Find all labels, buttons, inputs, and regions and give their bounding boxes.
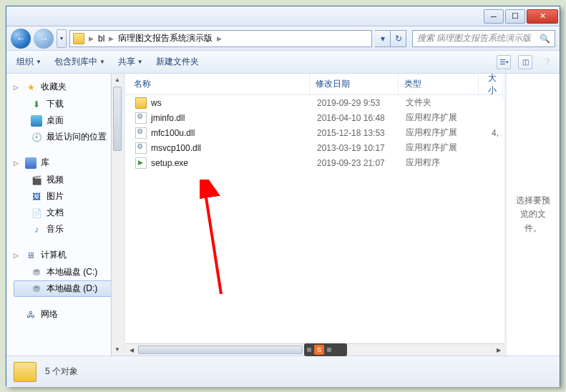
file-date: 2015-12-18 13:53 [311, 128, 400, 138]
address-bar-buttons: ▾ ↻ [375, 30, 406, 47]
nav-forward-button[interactable]: → [34, 29, 54, 49]
dll-icon [135, 112, 147, 124]
file-row[interactable]: ws2019-09-29 9:53文件夹 [125, 95, 504, 110]
nav-back-button[interactable]: ← [11, 29, 31, 49]
favorites-group: ▷★收藏夹 ⬇下载 桌面 🕘最近访问的位置 [14, 81, 120, 145]
toolbar: 组织▼ 包含到库中▼ 共享▼ 新建文件夹 ☰▾ ◫ ❔ [6, 51, 560, 74]
share-menu[interactable]: 共享▼ [114, 53, 147, 71]
file-size: 4, [480, 128, 504, 138]
ime-sogou-icon: S [314, 345, 324, 355]
ime-menu-icon [327, 348, 331, 352]
sidebar-item-downloads[interactable]: ⬇下载 [14, 96, 120, 112]
libraries-header[interactable]: ▷库 [14, 157, 120, 169]
scroll-left-icon[interactable]: ◀ [125, 344, 137, 356]
network-icon: 🖧 [25, 309, 36, 320]
close-button[interactable]: ✕ [527, 9, 558, 24]
expand-icon: ▷ [14, 252, 21, 259]
titlebar: ─ ☐ ✕ [6, 6, 560, 26]
horizontal-scrollbar[interactable]: ◀ S ▶ [125, 343, 504, 356]
sidebar-scrollbar[interactable]: ▲ ▼ [111, 74, 123, 356]
breadcrumb-segment[interactable]: bl [98, 34, 104, 44]
chevron-down-icon: ▼ [36, 59, 42, 65]
sidebar-item-documents[interactable]: 📄文档 [14, 205, 120, 221]
file-name: ws [151, 98, 162, 108]
help-button[interactable]: ❔ [540, 55, 554, 69]
sidebar-item-disk-c[interactable]: ⛃本地磁盘 (C:) [14, 264, 120, 280]
window-body: ▷★收藏夹 ⬇下载 桌面 🕘最近访问的位置 ▷库 🎬视频 🖼图片 📄文档 ♪音乐… [6, 74, 560, 356]
status-bar: 5 个对象 [6, 356, 560, 387]
computer-icon: 🖥 [25, 250, 36, 261]
file-type: 应用程序扩展 [400, 112, 480, 124]
nav-history-dropdown[interactable]: ▾ [57, 29, 67, 48]
preview-placeholder: 选择要预览的文件。 [512, 194, 554, 235]
scrollbar-thumb[interactable] [113, 87, 122, 151]
scroll-up-icon[interactable]: ▲ [112, 74, 123, 86]
dll-icon [135, 142, 147, 154]
new-folder-button[interactable]: 新建文件夹 [152, 53, 203, 71]
file-row[interactable]: msvcp100.dll2013-03-19 10:17应用程序扩展 [125, 140, 504, 155]
file-date: 2016-04-10 16:48 [311, 113, 400, 123]
file-type: 应用程序 [400, 157, 480, 169]
hdd-icon: ⛃ [31, 267, 42, 278]
column-headers: 名称 修改日期 类型 大小 [125, 74, 504, 95]
network-group: 🖧网络 [14, 308, 120, 320]
document-icon: 📄 [31, 207, 42, 219]
address-dropdown-button[interactable]: ▾ [375, 30, 391, 47]
main-area: 名称 修改日期 类型 大小 ws2019-09-29 9:53文件夹jminfo… [125, 74, 560, 356]
file-row[interactable]: mfc100u.dll2015-12-18 13:53应用程序扩展4, [125, 125, 504, 140]
organize-menu[interactable]: 组织▼ [12, 53, 46, 71]
dll-icon [135, 127, 147, 139]
folder-icon [73, 33, 84, 44]
file-row[interactable]: setup.exe2019-09-23 21:07应用程序 [125, 155, 504, 170]
ime-toolbar[interactable]: S [304, 343, 347, 356]
file-rows: ws2019-09-29 9:53文件夹jminfo.dll2016-04-10… [125, 95, 504, 343]
favorites-header[interactable]: ▷★收藏夹 [14, 81, 120, 93]
maximize-button[interactable]: ☐ [505, 9, 525, 24]
computer-header[interactable]: ▷🖥计算机 [14, 249, 120, 261]
include-in-library-menu[interactable]: 包含到库中▼ [50, 53, 109, 71]
sidebar-item-videos[interactable]: 🎬视频 [14, 172, 120, 188]
video-icon: 🎬 [31, 175, 42, 186]
file-type: 应用程序扩展 [400, 142, 480, 154]
file-date: 2019-09-29 9:53 [311, 98, 400, 108]
sidebar-item-music[interactable]: ♪音乐 [14, 221, 120, 237]
preview-pane-button[interactable]: ◫ [518, 55, 532, 69]
minimize-button[interactable]: ─ [484, 9, 504, 24]
search-placeholder: 搜索 病理图文报告系统演示版 [417, 32, 531, 44]
network-header[interactable]: 🖧网络 [14, 308, 120, 320]
download-icon: ⬇ [31, 99, 42, 110]
preview-pane: 选择要预览的文件。 [507, 74, 560, 356]
column-header-date[interactable]: 修改日期 [310, 74, 399, 94]
scroll-down-icon[interactable]: ▼ [112, 343, 123, 356]
file-name: jminfo.dll [151, 113, 185, 123]
file-name: msvcp100.dll [151, 143, 201, 153]
sidebar-item-recent[interactable]: 🕘最近访问的位置 [14, 129, 120, 145]
column-header-name[interactable]: 名称 [128, 74, 310, 94]
folder-icon [14, 362, 36, 382]
scrollbar-thumb[interactable] [138, 346, 303, 354]
sidebar-item-pictures[interactable]: 🖼图片 [14, 188, 120, 205]
status-text: 5 个对象 [45, 366, 78, 378]
file-row[interactable]: jminfo.dll2016-04-10 16:48应用程序扩展 [125, 110, 504, 125]
file-name: setup.exe [151, 158, 188, 168]
exe-icon [135, 157, 147, 169]
sidebar-item-disk-d[interactable]: ⛃本地磁盘 (D:) [14, 280, 120, 297]
file-date: 2019-09-23 21:07 [311, 158, 400, 168]
music-icon: ♪ [31, 224, 42, 235]
scroll-right-icon[interactable]: ▶ [492, 344, 504, 356]
picture-icon: 🖼 [31, 191, 42, 202]
address-bar[interactable]: ▶ bl ▶ 病理图文报告系统演示版 ▶ [69, 30, 372, 47]
refresh-button[interactable]: ↻ [391, 30, 406, 47]
column-header-type[interactable]: 类型 [399, 74, 479, 94]
expand-icon: ▷ [14, 160, 21, 167]
computer-group: ▷🖥计算机 ⛃本地磁盘 (C:) ⛃本地磁盘 (D:) [14, 249, 120, 297]
search-input[interactable]: 搜索 病理图文报告系统演示版 🔍 [412, 30, 555, 47]
view-mode-button[interactable]: ☰▾ [497, 55, 511, 69]
chevron-right-icon: ▶ [87, 35, 95, 42]
breadcrumb-segment[interactable]: 病理图文报告系统演示版 [118, 32, 213, 44]
file-type: 文件夹 [400, 97, 480, 109]
file-list-pane: 名称 修改日期 类型 大小 ws2019-09-29 9:53文件夹jminfo… [125, 74, 504, 356]
libraries-group: ▷库 🎬视频 🖼图片 📄文档 ♪音乐 [14, 157, 120, 237]
expand-icon: ▷ [14, 84, 21, 91]
sidebar-item-desktop[interactable]: 桌面 [14, 112, 120, 129]
